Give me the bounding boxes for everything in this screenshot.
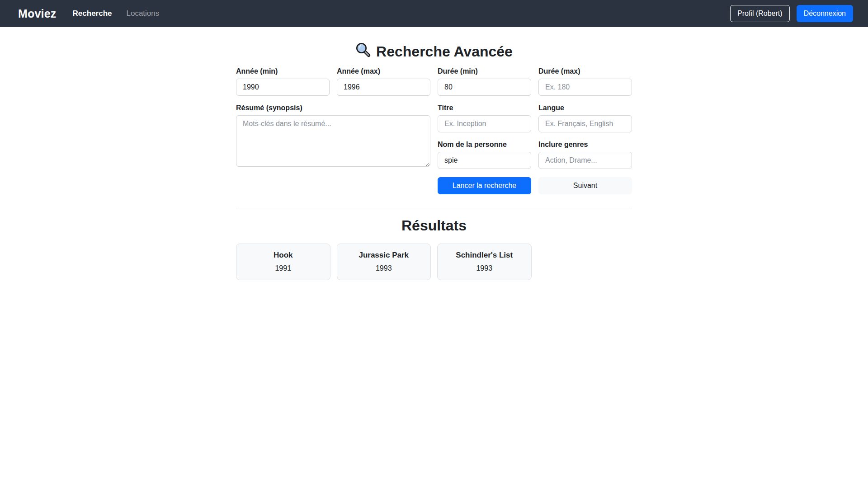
movie-card-jurassic-park[interactable]: Jurassic Park 1993 — [337, 244, 431, 280]
page-title: Recherche Avancée — [236, 42, 632, 61]
field-duration-max: Durée (max) — [538, 67, 632, 96]
title-label: Titre — [438, 104, 531, 112]
language-input[interactable] — [538, 115, 632, 132]
duration-max-input[interactable] — [538, 79, 632, 96]
field-year-max: Année (max) — [337, 67, 430, 96]
results-grid: Hook 1991 Jurassic Park 1993 Schindler's… — [236, 244, 632, 280]
navbar-right: Profil (Robert) Déconnexion — [730, 5, 853, 22]
field-duration-min: Durée (min) — [438, 67, 531, 96]
search-submit-button[interactable]: Lancer la recherche — [438, 177, 531, 194]
year-min-input[interactable] — [236, 79, 330, 96]
synopsis-textarea[interactable] — [236, 115, 430, 167]
year-max-label: Année (max) — [337, 67, 430, 75]
navbar: Moviez Recherche Locations Profil (Rober… — [0, 0, 868, 27]
field-genres: Inclure genres — [538, 141, 632, 169]
magnifier-icon — [355, 42, 371, 61]
title-input[interactable] — [438, 115, 531, 132]
movie-year: 1993 — [342, 264, 426, 272]
duration-min-label: Durée (min) — [438, 67, 531, 75]
year-max-input[interactable] — [337, 79, 430, 96]
movie-card-hook[interactable]: Hook 1991 — [236, 244, 330, 280]
page-title-text: Recherche Avancée — [376, 43, 513, 60]
advanced-search-form: Année (min) Année (max) Durée (min) Duré… — [236, 67, 632, 194]
movie-title: Hook — [241, 251, 326, 260]
movie-title: Schindler's List — [442, 251, 527, 260]
field-person: Nom de la personne — [438, 141, 531, 169]
field-year-min: Année (min) — [236, 67, 330, 96]
movie-year: 1993 — [442, 264, 527, 272]
field-language: Langue — [538, 104, 632, 132]
year-min-label: Année (min) — [236, 67, 330, 75]
brand-link[interactable]: Moviez — [18, 7, 57, 20]
page: Moviez Recherche Locations Profil (Rober… — [0, 0, 868, 488]
nav-link-locations[interactable]: Locations — [127, 9, 160, 18]
main-content: Recherche Avancée Année (min) Année (max… — [236, 42, 632, 280]
movie-year: 1991 — [241, 264, 326, 272]
genres-input[interactable] — [538, 152, 632, 169]
profile-button[interactable]: Profil (Robert) — [730, 5, 790, 22]
person-input[interactable] — [438, 152, 531, 169]
movie-title: Jurassic Park — [342, 251, 426, 260]
field-synopsis: Résumé (synopsis) — [236, 104, 430, 169]
nav-links: Recherche Locations — [73, 9, 160, 18]
next-page-button[interactable]: Suivant — [538, 177, 632, 194]
language-label: Langue — [538, 104, 632, 112]
nav-link-recherche[interactable]: Recherche — [73, 9, 112, 18]
movie-card-schindlers-list[interactable]: Schindler's List 1993 — [437, 244, 532, 280]
duration-min-input[interactable] — [438, 79, 531, 96]
logout-button[interactable]: Déconnexion — [797, 5, 853, 22]
synopsis-label: Résumé (synopsis) — [236, 104, 430, 112]
divider — [236, 208, 632, 208]
results-title: Résultats — [236, 217, 632, 234]
person-label: Nom de la personne — [438, 141, 531, 149]
genres-label: Inclure genres — [538, 141, 632, 149]
duration-max-label: Durée (max) — [538, 67, 632, 75]
field-title: Titre — [438, 104, 531, 132]
